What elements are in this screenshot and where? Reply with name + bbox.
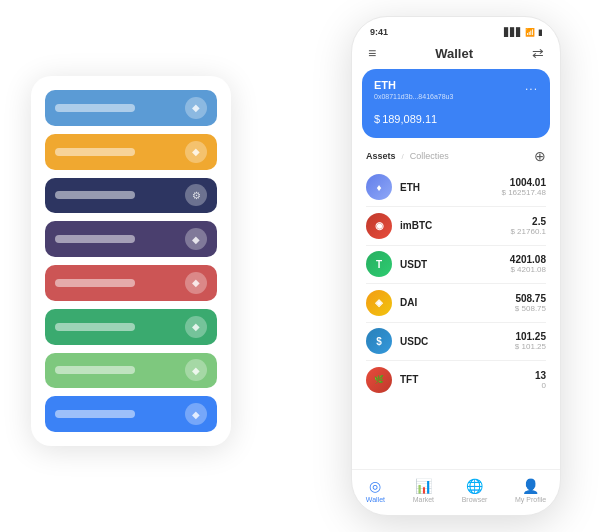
eth-card-menu[interactable]: ... xyxy=(525,79,538,93)
wifi-icon: 📶 xyxy=(525,28,535,37)
tft-logo: 🌿 xyxy=(366,367,392,393)
strip-label-3 xyxy=(55,235,135,243)
imbtc-usd: $ 21760.1 xyxy=(510,227,546,236)
scene: ◆ ◆ ⚙ ◆ ◆ ◆ ◆ ◆ 9:41 ▋▋▋ xyxy=(21,16,581,516)
usdt-info: USDT xyxy=(400,259,502,270)
usdc-logo: $ xyxy=(366,328,392,354)
battery-icon: ▮ xyxy=(538,28,542,37)
bg-card: ◆ ◆ ⚙ ◆ ◆ ◆ ◆ ◆ xyxy=(31,76,231,446)
usdc-amount: 101.25 xyxy=(515,331,546,342)
asset-item-imbtc[interactable]: ◉ imBTC 2.5 $ 21760.1 xyxy=(352,207,560,245)
dai-name: DAI xyxy=(400,297,507,308)
eth-values: 1004.01 $ 162517.48 xyxy=(502,177,547,197)
market-nav-label: Market xyxy=(413,496,434,503)
expand-icon[interactable]: ⇄ xyxy=(532,45,544,61)
imbtc-logo: ◉ xyxy=(366,213,392,239)
asset-item-usdt[interactable]: T USDT 4201.08 $ 4201.08 xyxy=(352,245,560,283)
top-nav: ≡ Wallet ⇄ xyxy=(352,41,560,69)
usdt-values: 4201.08 $ 4201.08 xyxy=(510,254,546,274)
asset-list: ♦ ETH 1004.01 $ 162517.48 ◉ imBTC 2.5 $ … xyxy=(352,168,560,469)
color-strip-7: ◆ xyxy=(45,396,217,432)
hamburger-icon[interactable]: ≡ xyxy=(368,45,376,61)
signal-icon: ▋▋▋ xyxy=(504,28,522,37)
eth-usd: $ 162517.48 xyxy=(502,188,547,197)
asset-item-dai[interactable]: ◈ DAI 508.75 $ 508.75 xyxy=(352,284,560,322)
strip-label-2 xyxy=(55,191,135,199)
asset-item-eth[interactable]: ♦ ETH 1004.01 $ 162517.48 xyxy=(352,168,560,206)
eth-card-ticker: ETH xyxy=(374,79,538,91)
asset-item-tft[interactable]: 🌿 TFT 13 0 xyxy=(352,361,560,399)
profile-nav-label: My Profile xyxy=(515,496,546,503)
wallet-nav-label: Wallet xyxy=(366,496,385,503)
strip-icon-4: ◆ xyxy=(185,272,207,294)
color-strip-2: ⚙ xyxy=(45,178,217,214)
usdt-usd: $ 4201.08 xyxy=(510,265,546,274)
strip-icon-0: ◆ xyxy=(185,97,207,119)
tft-values: 13 0 xyxy=(535,370,546,390)
bottom-nav: ◎ Wallet 📊 Market 🌐 Browser 👤 My Profile xyxy=(352,469,560,515)
tft-name: TFT xyxy=(400,374,527,385)
usdc-name: USDC xyxy=(400,336,507,347)
assets-header: Assets / Collecties ⊕ xyxy=(352,144,560,168)
strip-icon-5: ◆ xyxy=(185,316,207,338)
status-time: 9:41 xyxy=(370,27,388,37)
color-strip-0: ◆ xyxy=(45,90,217,126)
dai-info: DAI xyxy=(400,297,507,308)
nav-item-wallet[interactable]: ◎ Wallet xyxy=(366,478,385,503)
color-strip-5: ◆ xyxy=(45,309,217,345)
dai-logo: ◈ xyxy=(366,290,392,316)
imbtc-info: imBTC xyxy=(400,220,502,231)
eth-logo: ♦ xyxy=(366,174,392,200)
nav-title: Wallet xyxy=(435,46,473,61)
usdc-values: 101.25 $ 101.25 xyxy=(515,331,546,351)
eth-card[interactable]: ETH 0x08711d3b...8416a78u3 $189,089.11 .… xyxy=(362,69,550,138)
tft-usd: 0 xyxy=(535,381,546,390)
strip-icon-3: ◆ xyxy=(185,228,207,250)
status-icons: ▋▋▋ 📶 ▮ xyxy=(504,28,542,37)
tft-info: TFT xyxy=(400,374,527,385)
color-strip-3: ◆ xyxy=(45,221,217,257)
tab-divider: / xyxy=(402,152,404,161)
eth-name: ETH xyxy=(400,182,494,193)
strip-icon-6: ◆ xyxy=(185,359,207,381)
color-strip-4: ◆ xyxy=(45,265,217,301)
tft-amount: 13 xyxy=(535,370,546,381)
strip-icon-2: ⚙ xyxy=(185,184,207,206)
strip-label-7 xyxy=(55,410,135,418)
color-strip-1: ◆ xyxy=(45,134,217,170)
strip-label-5 xyxy=(55,323,135,331)
usdc-usd: $ 101.25 xyxy=(515,342,546,351)
nav-item-browser[interactable]: 🌐 Browser xyxy=(462,478,488,503)
usdt-logo: T xyxy=(366,251,392,277)
usdt-name: USDT xyxy=(400,259,502,270)
dai-amount: 508.75 xyxy=(515,293,546,304)
profile-nav-icon: 👤 xyxy=(522,478,539,494)
eth-card-amount: $189,089.11 xyxy=(374,106,538,128)
imbtc-amount: 2.5 xyxy=(510,216,546,227)
dai-values: 508.75 $ 508.75 xyxy=(515,293,546,313)
amount-value: 189,089.11 xyxy=(382,113,437,125)
imbtc-name: imBTC xyxy=(400,220,502,231)
eth-info: ETH xyxy=(400,182,494,193)
browser-nav-icon: 🌐 xyxy=(466,478,483,494)
browser-nav-label: Browser xyxy=(462,496,488,503)
strip-icon-1: ◆ xyxy=(185,141,207,163)
eth-card-address: 0x08711d3b...8416a78u3 xyxy=(374,93,538,100)
asset-item-usdc[interactable]: $ USDC 101.25 $ 101.25 xyxy=(352,322,560,360)
usdt-amount: 4201.08 xyxy=(510,254,546,265)
imbtc-values: 2.5 $ 21760.1 xyxy=(510,216,546,236)
strip-label-0 xyxy=(55,104,135,112)
tab-collecties[interactable]: Collecties xyxy=(410,151,449,161)
add-asset-icon[interactable]: ⊕ xyxy=(534,148,546,164)
amount-prefix: $ xyxy=(374,113,380,125)
color-strip-6: ◆ xyxy=(45,353,217,389)
tab-assets[interactable]: Assets xyxy=(366,151,396,161)
market-nav-icon: 📊 xyxy=(415,478,432,494)
nav-item-profile[interactable]: 👤 My Profile xyxy=(515,478,546,503)
dai-usd: $ 508.75 xyxy=(515,304,546,313)
strip-icon-7: ◆ xyxy=(185,403,207,425)
nav-item-market[interactable]: 📊 Market xyxy=(413,478,434,503)
assets-tabs: Assets / Collecties xyxy=(366,151,449,161)
strip-label-4 xyxy=(55,279,135,287)
strip-label-1 xyxy=(55,148,135,156)
